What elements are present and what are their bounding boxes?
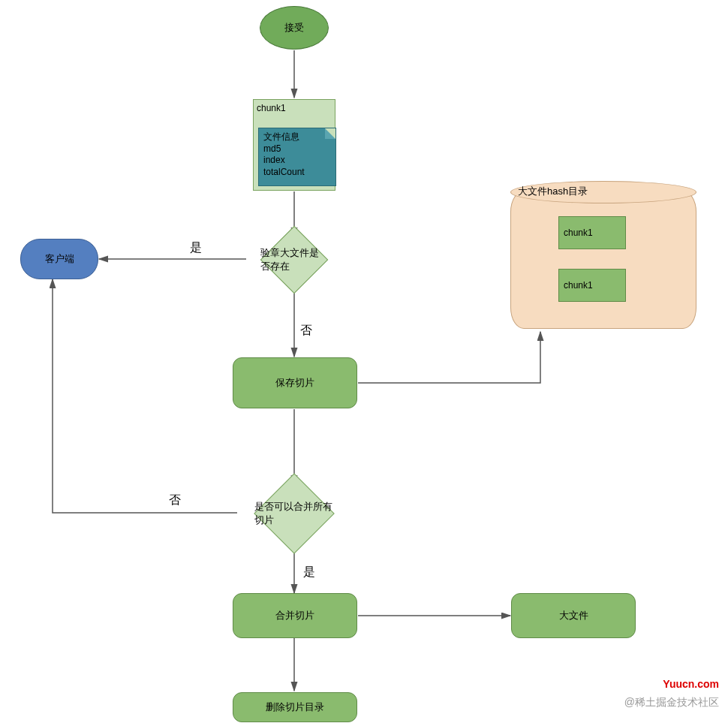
decision1-label: 验章大文件是否存在 — [260, 236, 328, 284]
watermark-site: Yuucn.com — [663, 678, 719, 690]
note-line3: index — [263, 155, 331, 167]
start-node: 接受 — [260, 6, 329, 50]
decision-file-exists: 验章大文件是否存在 — [270, 236, 318, 284]
client-node: 客户端 — [20, 239, 98, 279]
merge-chunk-label: 合并切片 — [275, 609, 314, 622]
delete-dir-label: 删除切片目录 — [266, 700, 324, 714]
cylinder-item-1: chunk1 — [558, 216, 626, 249]
cylinder-item-2: chunk1 — [558, 269, 626, 302]
delete-dir-node: 删除切片目录 — [233, 692, 357, 722]
label-yes1: 是 — [190, 240, 202, 256]
chunk-note: 文件信息 md5 index totalCount — [258, 128, 336, 186]
save-chunk-node: 保存切片 — [233, 357, 357, 408]
cylinder-label: 大文件hash目录 — [518, 185, 588, 198]
decision-can-merge: 是否可以合并所有切片 — [266, 485, 323, 542]
chunk-box-title: chunk1 — [257, 103, 286, 113]
merge-chunk-node: 合并切片 — [233, 593, 357, 638]
label-no1: 否 — [300, 323, 312, 339]
note-line4: totalCount — [263, 167, 331, 179]
watermark-community: @稀土掘金技术社区 — [624, 696, 719, 709]
note-line1: 文件信息 — [263, 131, 331, 143]
note-line2: md5 — [263, 143, 331, 155]
big-file-label: 大文件 — [559, 609, 588, 622]
decision2-label: 是否可以合并所有切片 — [254, 485, 334, 542]
label-no2: 否 — [169, 493, 181, 508]
hash-directory-cylinder — [510, 191, 696, 329]
start-label: 接受 — [284, 21, 304, 35]
save-chunk-label: 保存切片 — [275, 376, 314, 390]
label-yes2: 是 — [303, 565, 315, 580]
big-file-node: 大文件 — [511, 593, 636, 638]
client-label: 客户端 — [45, 252, 74, 266]
